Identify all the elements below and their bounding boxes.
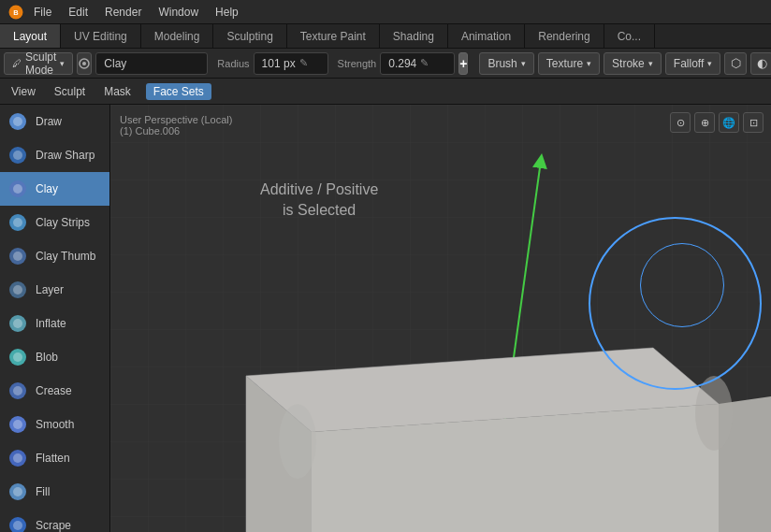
falloff-dropdown[interactable]: Falloff ▾ bbox=[665, 52, 720, 75]
tab-texture-paint[interactable]: Texture Paint bbox=[287, 24, 380, 48]
toolbar-right: ⬡ ◐ 🌐 ⊡ bbox=[724, 52, 771, 75]
sidebar-label-crease: Crease bbox=[36, 384, 72, 397]
sidebar-label-blob: Blob bbox=[36, 351, 58, 364]
brush-icon-layer bbox=[7, 280, 28, 300]
menu-bar: B File Edit Render Window Help bbox=[0, 0, 771, 24]
brush-icon-draw bbox=[7, 111, 28, 132]
workspace-tabs: Layout UV Editing Modeling Sculpting Tex… bbox=[0, 24, 771, 49]
sidebar-item-fill[interactable]: Fill bbox=[0, 475, 109, 509]
tab-animation[interactable]: Animation bbox=[448, 24, 525, 48]
mode-selector[interactable]: 🖊 Sculpt Mode ▾ bbox=[4, 52, 73, 75]
menu-render[interactable]: Render bbox=[97, 4, 149, 21]
sidebar-label-clay-strips: Clay Strips bbox=[36, 216, 90, 229]
brush-icon-scrape bbox=[7, 515, 28, 532]
viewport-shading-1[interactable]: ⬡ bbox=[724, 52, 747, 75]
brush-sidebar: DrawDraw SharpClayClay StripsClay ThumbL… bbox=[0, 105, 110, 532]
sidebar-label-draw-sharp: Draw Sharp bbox=[36, 149, 95, 162]
paint-icon bbox=[78, 57, 91, 70]
tab-layout[interactable]: Layout bbox=[0, 24, 61, 48]
sidebar-label-draw: Draw bbox=[36, 115, 62, 128]
brush-icon-clay bbox=[7, 179, 28, 199]
tab-compositor[interactable]: Co... bbox=[604, 24, 655, 48]
sidebar-item-inflate[interactable]: Inflate bbox=[0, 307, 109, 340]
sidebar-item-flatten[interactable]: Flatten bbox=[0, 441, 109, 475]
brush-icon-blob bbox=[7, 347, 28, 367]
menu-window[interactable]: Window bbox=[151, 4, 206, 21]
brush-dropdown[interactable]: Brush ▾ bbox=[479, 52, 533, 75]
viewport-gizmo-btn[interactable]: ⊕ bbox=[694, 112, 715, 133]
brush-icon-fill bbox=[7, 482, 28, 502]
blender-logo-icon: B bbox=[7, 4, 24, 21]
brush-icon-clay-strips bbox=[7, 212, 28, 233]
svg-point-12 bbox=[279, 404, 316, 479]
sidebar-label-clay-thumb: Clay Thumb bbox=[36, 250, 95, 263]
viewport-overlay-btn[interactable]: ⊙ bbox=[670, 112, 691, 133]
brush-icon-flatten bbox=[7, 448, 28, 468]
sidebar-item-clay[interactable]: Clay bbox=[0, 172, 109, 206]
sidebar-item-blob[interactable]: Blob bbox=[0, 340, 109, 374]
brush-icon-btn[interactable] bbox=[77, 52, 92, 75]
sidebar-item-clay-thumb[interactable]: Clay Thumb bbox=[0, 239, 109, 273]
sidebar-item-draw[interactable]: Draw bbox=[0, 105, 109, 138]
brush-icon-draw-sharp bbox=[7, 145, 28, 165]
viewport-3d[interactable]: User Perspective (Local) (1) Cube.006 Ad… bbox=[110, 105, 771, 532]
menu-file[interactable]: File bbox=[26, 4, 59, 21]
sidebar-label-smooth: Smooth bbox=[36, 418, 74, 431]
toolbar2-sculpt[interactable]: Sculpt bbox=[51, 83, 89, 100]
sidebar-label-layer: Layer bbox=[36, 283, 64, 296]
toolbar-row2: View Sculpt Mask Face Sets bbox=[0, 79, 771, 105]
tab-modeling[interactable]: Modeling bbox=[141, 24, 214, 48]
radius-label: Radius bbox=[217, 58, 249, 69]
tab-shading[interactable]: Shading bbox=[380, 24, 448, 48]
sidebar-item-draw-sharp[interactable]: Draw Sharp bbox=[0, 138, 109, 172]
toolbar2-view[interactable]: View bbox=[7, 83, 39, 100]
viewport-controls: ⊙ ⊕ 🌐 ⊡ bbox=[670, 112, 764, 133]
texture-dropdown[interactable]: Texture ▾ bbox=[538, 52, 600, 75]
brush-icon-inflate bbox=[7, 313, 28, 334]
svg-text:B: B bbox=[13, 8, 19, 17]
viewport-grid bbox=[110, 105, 771, 532]
menu-help[interactable]: Help bbox=[208, 4, 246, 21]
menu-edit[interactable]: Edit bbox=[61, 4, 95, 21]
sidebar-label-clay: Clay bbox=[36, 182, 58, 195]
brush-icon-crease bbox=[7, 381, 28, 401]
sidebar-item-scrape[interactable]: Scrape bbox=[0, 509, 109, 532]
add-button[interactable]: + bbox=[458, 52, 468, 75]
viewport-proportional-btn[interactable]: ⊡ bbox=[743, 112, 764, 133]
tab-sculpting[interactable]: Sculpting bbox=[213, 24, 286, 48]
radius-field[interactable]: 101 px ✎ bbox=[254, 52, 328, 75]
sidebar-item-crease[interactable]: Crease bbox=[0, 374, 109, 408]
sidebar-label-flatten: Flatten bbox=[36, 452, 70, 465]
tab-uv-editing[interactable]: UV Editing bbox=[61, 24, 141, 48]
viewport-snap-btn[interactable]: 🌐 bbox=[719, 112, 739, 133]
brush-icon-smooth bbox=[7, 414, 28, 435]
toolbar-row: 🖊 Sculpt Mode ▾ Clay Radius 101 px ✎ Str… bbox=[0, 49, 771, 79]
main-area: DrawDraw SharpClayClay StripsClay ThumbL… bbox=[0, 105, 771, 532]
sidebar-label-inflate: Inflate bbox=[36, 317, 66, 330]
stroke-dropdown[interactable]: Stroke ▾ bbox=[604, 52, 662, 75]
brush-name-field[interactable]: Clay bbox=[95, 52, 208, 75]
sidebar-item-smooth[interactable]: Smooth bbox=[0, 408, 109, 441]
sidebar-label-fill: Fill bbox=[36, 485, 50, 498]
sidebar-item-clay-strips[interactable]: Clay Strips bbox=[0, 206, 109, 239]
svg-point-13 bbox=[695, 376, 733, 451]
strength-label: Strength bbox=[338, 58, 377, 69]
sidebar-item-layer[interactable]: Layer bbox=[0, 273, 109, 307]
sidebar-label-scrape: Scrape bbox=[36, 519, 71, 532]
strength-field[interactable]: 0.294 ✎ bbox=[380, 52, 455, 75]
brush-icon-clay-thumb bbox=[7, 246, 28, 266]
viewport-shading-2[interactable]: ◐ bbox=[750, 52, 771, 75]
toolbar2-face-sets[interactable]: Face Sets bbox=[146, 83, 211, 100]
svg-point-3 bbox=[82, 62, 86, 65]
toolbar2-mask[interactable]: Mask bbox=[100, 83, 135, 100]
tab-rendering[interactable]: Rendering bbox=[525, 24, 604, 48]
